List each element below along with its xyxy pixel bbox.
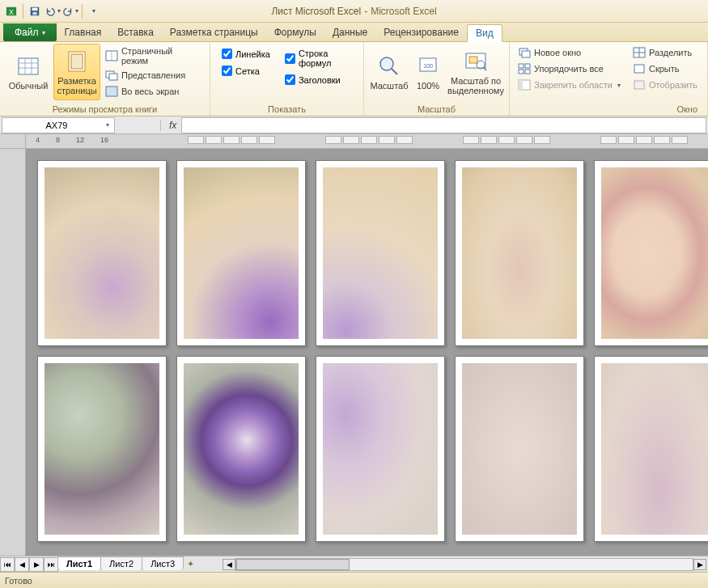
tab-review[interactable]: Рецензирование: [375, 23, 467, 41]
zoom-selection-button[interactable]: Масштаб повыделенному: [447, 44, 505, 100]
title-sep: -: [364, 6, 367, 17]
undo-icon[interactable]: ▾: [45, 3, 61, 19]
svg-rect-29: [519, 70, 524, 74]
sheet-tab[interactable]: Лист1: [57, 556, 101, 570]
page-thumbnail[interactable]: [594, 160, 708, 346]
svg-rect-22: [469, 57, 477, 63]
scroll-left-icon[interactable]: ◀: [223, 559, 235, 570]
custom-views-button[interactable]: Представления: [102, 68, 205, 82]
page-thumbnail[interactable]: [316, 356, 445, 542]
tab-page-layout[interactable]: Разметка страницы: [162, 23, 266, 41]
page-thumbnail[interactable]: [37, 160, 167, 346]
page-image: [601, 167, 708, 339]
normal-view-button[interactable]: Обычный: [5, 44, 52, 100]
page-image: [45, 363, 159, 535]
svg-rect-15: [109, 74, 117, 80]
scroll-thumb[interactable]: [236, 559, 350, 570]
freeze-panes-button[interactable]: Закрепить области▾: [515, 78, 628, 92]
save-icon[interactable]: [27, 3, 43, 19]
new-window-icon: [518, 46, 531, 59]
page-thumbnail[interactable]: [316, 160, 445, 346]
name-dropdown-icon[interactable]: ▾: [106, 121, 109, 129]
excel-icon[interactable]: X: [3, 3, 19, 19]
fx-icon[interactable]: fx: [164, 120, 181, 131]
unhide-button[interactable]: Отобразить: [630, 78, 702, 92]
horizontal-scrollbar[interactable]: ◀ ▶: [235, 558, 693, 571]
sheet-tab[interactable]: Лист3: [142, 556, 184, 570]
tab-insert[interactable]: Вставка: [109, 23, 162, 41]
formula-bar-checkbox[interactable]: Строка формул: [283, 47, 354, 70]
tab-data[interactable]: Данные: [324, 23, 375, 41]
ribbon: Обычный Разметка страницы Страничный реж…: [0, 42, 708, 116]
ruler-checkbox[interactable]: Линейка: [220, 47, 272, 61]
tab-formulas[interactable]: Формулы: [266, 23, 324, 41]
svg-rect-16: [106, 87, 117, 96]
sheet-nav-first[interactable]: ⏮: [0, 557, 15, 572]
page-image: [323, 363, 438, 535]
page-layout-button[interactable]: Разметка страницы: [53, 44, 100, 100]
hide-icon: [633, 62, 646, 75]
title-bar: X ▾ ▾ ▾ Лист Microsoft Excel - Microsoft…: [0, 0, 708, 23]
svg-rect-30: [525, 70, 530, 74]
zoom-button[interactable]: Масштаб: [369, 44, 409, 100]
page-thumbnail[interactable]: [455, 356, 584, 542]
horizontal-ruler[interactable]: 4 8 12 16: [26, 134, 708, 149]
svg-rect-36: [634, 65, 644, 73]
ruler-corner: [0, 134, 26, 149]
page-thumbnail[interactable]: [176, 356, 306, 542]
sheet-nav-prev[interactable]: ◀: [15, 557, 29, 572]
sheet-nav-next[interactable]: ▶: [29, 557, 44, 572]
redo-icon[interactable]: ▾: [62, 3, 78, 19]
normal-view-icon: [15, 53, 41, 79]
page-thumbnail[interactable]: [176, 160, 306, 346]
custom-views-icon: [105, 69, 118, 82]
scroll-right-icon[interactable]: ▶: [693, 559, 706, 570]
page-grid: [26, 149, 708, 553]
tab-home[interactable]: Главная: [57, 23, 110, 41]
new-window-button[interactable]: Новое окно: [515, 45, 628, 60]
page-image: [601, 363, 708, 535]
page-break-preview-button[interactable]: Страничный режим: [102, 45, 205, 66]
qa-customize-icon[interactable]: ▾: [86, 3, 102, 19]
svg-rect-27: [519, 64, 524, 68]
split-button[interactable]: Разделить: [630, 45, 702, 60]
ribbon-tabs: Файл▾ Главная Вставка Разметка страницы …: [0, 23, 708, 42]
page-image: [184, 363, 299, 535]
tab-view[interactable]: Вид: [467, 24, 502, 42]
gridlines-checkbox[interactable]: Сетка: [220, 64, 272, 78]
arrange-all-button[interactable]: Упорядочить все: [515, 61, 628, 76]
sheet-tab[interactable]: Лист2: [100, 556, 142, 570]
hide-button[interactable]: Скрыть: [630, 61, 702, 76]
arrange-icon: [518, 62, 531, 75]
page-image: [323, 167, 438, 339]
file-tab[interactable]: Файл▾: [3, 23, 57, 41]
page-thumbnail[interactable]: [455, 160, 584, 346]
zoom-100-button[interactable]: 100 100%: [411, 44, 445, 100]
group-workbook-views: Обычный Разметка страницы Страничный реж…: [0, 42, 210, 116]
page-thumbnail[interactable]: [37, 356, 167, 542]
sheet-nav: ⏮ ◀ ▶ ⏭: [0, 557, 58, 572]
group-label: Показать: [215, 103, 358, 116]
svg-rect-32: [519, 80, 523, 90]
full-screen-button[interactable]: Во весь экран: [102, 84, 205, 99]
sheet-tab-bar: ⏮ ◀ ▶ ⏭ Лист1 Лист2 Лист3 ✦ ◀ ▶: [0, 556, 708, 572]
headings-checkbox[interactable]: Заголовки: [283, 73, 354, 87]
svg-line-18: [392, 69, 397, 74]
svg-rect-37: [634, 81, 644, 89]
page-thumbnail[interactable]: [594, 356, 708, 542]
page-image: [45, 167, 159, 339]
svg-rect-28: [525, 64, 530, 68]
group-window: Новое окно Упорядочить все Закрепить обл…: [510, 42, 708, 116]
page-layout-canvas[interactable]: [26, 149, 708, 556]
name-box[interactable]: AX79 ▾: [2, 117, 115, 133]
formula-input[interactable]: [181, 117, 706, 133]
svg-rect-4: [32, 11, 36, 15]
page-image: [462, 363, 577, 535]
insert-sheet-button[interactable]: ✦: [187, 559, 203, 569]
vertical-ruler[interactable]: [0, 149, 26, 556]
svg-rect-3: [32, 7, 38, 11]
formula-bar: AX79 ▾ fx: [0, 116, 708, 134]
group-label: Масштаб: [369, 103, 504, 116]
svg-point-17: [380, 57, 393, 70]
sheet-nav-last[interactable]: ⏭: [44, 557, 58, 572]
